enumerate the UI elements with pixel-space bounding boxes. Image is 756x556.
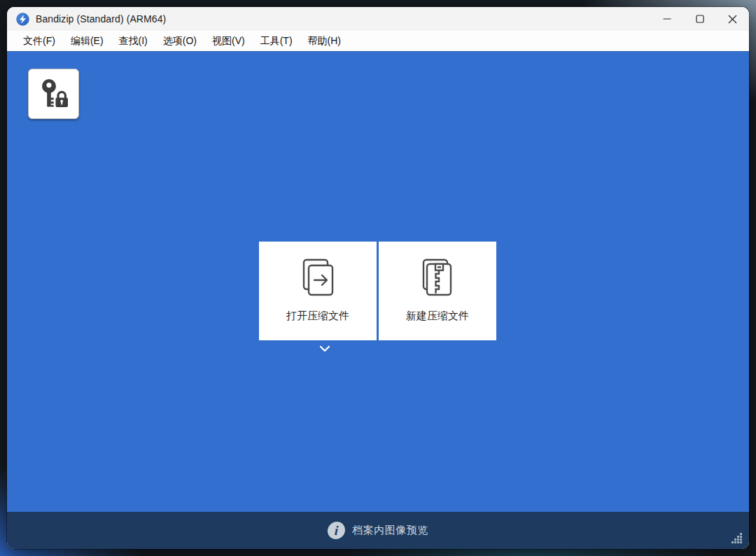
close-button[interactable] xyxy=(716,7,749,31)
main-area: 打开压缩文件 xyxy=(7,51,749,512)
minimize-icon xyxy=(663,15,671,23)
menu-options[interactable]: 选项(O) xyxy=(155,33,204,50)
menu-edit[interactable]: 编辑(E) xyxy=(63,33,111,50)
menu-tools[interactable]: 工具(T) xyxy=(253,33,300,50)
status-bar: i 档案内图像预览 xyxy=(7,512,749,549)
resize-grip-icon[interactable] xyxy=(731,532,743,544)
title-bar-left: Bandizip (Standard) (ARM64) xyxy=(7,13,650,26)
title-bar: Bandizip (Standard) (ARM64) xyxy=(7,7,749,31)
center-action-cards: 打开压缩文件 xyxy=(259,242,496,340)
window-controls xyxy=(650,7,749,31)
maximize-icon xyxy=(696,15,704,23)
menu-view[interactable]: 视图(V) xyxy=(204,33,253,50)
open-archive-card[interactable]: 打开压缩文件 xyxy=(259,242,377,340)
minimize-button[interactable] xyxy=(650,7,683,31)
info-icon: i xyxy=(327,522,346,539)
bandizip-logo-icon xyxy=(16,13,29,26)
menu-file[interactable]: 文件(F) xyxy=(15,33,63,50)
maximize-button[interactable] xyxy=(683,7,716,31)
menu-bar: 文件(F) 编辑(E) 查找(I) 选项(O) 视图(V) 工具(T) 帮助(H… xyxy=(7,31,749,51)
menu-help[interactable]: 帮助(H) xyxy=(300,33,349,50)
password-manager-button[interactable] xyxy=(28,69,79,119)
bandizip-window: Bandizip (Standard) (ARM64) 文件( xyxy=(7,7,749,549)
new-archive-icon xyxy=(418,256,457,300)
window-title: Bandizip (Standard) (ARM64) xyxy=(36,13,166,25)
key-lock-icon xyxy=(37,78,71,110)
menu-find[interactable]: 查找(I) xyxy=(111,33,155,50)
new-archive-label: 新建压缩文件 xyxy=(406,310,469,323)
status-message: 档案内图像预览 xyxy=(352,524,428,537)
chevron-down-icon xyxy=(319,345,330,352)
close-icon xyxy=(728,15,737,24)
new-archive-card[interactable]: 新建压缩文件 xyxy=(379,242,496,340)
open-archive-icon xyxy=(298,256,337,300)
open-archive-label: 打开压缩文件 xyxy=(286,310,349,323)
expand-more-button[interactable] xyxy=(317,342,332,355)
